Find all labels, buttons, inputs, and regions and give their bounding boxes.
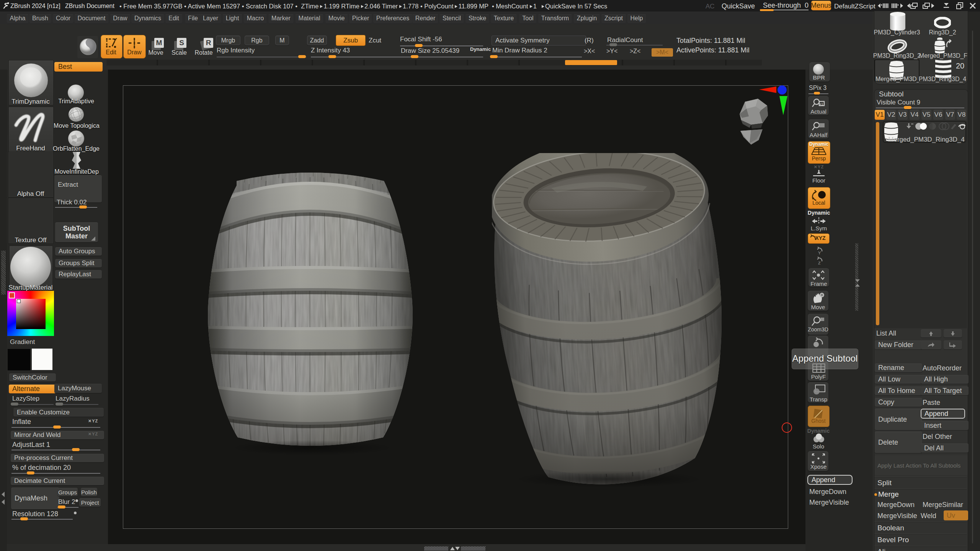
svg-text:x1: x1 xyxy=(820,102,823,106)
svg-text:Z: Z xyxy=(818,261,821,265)
svg-text:Y: Y xyxy=(818,251,821,255)
